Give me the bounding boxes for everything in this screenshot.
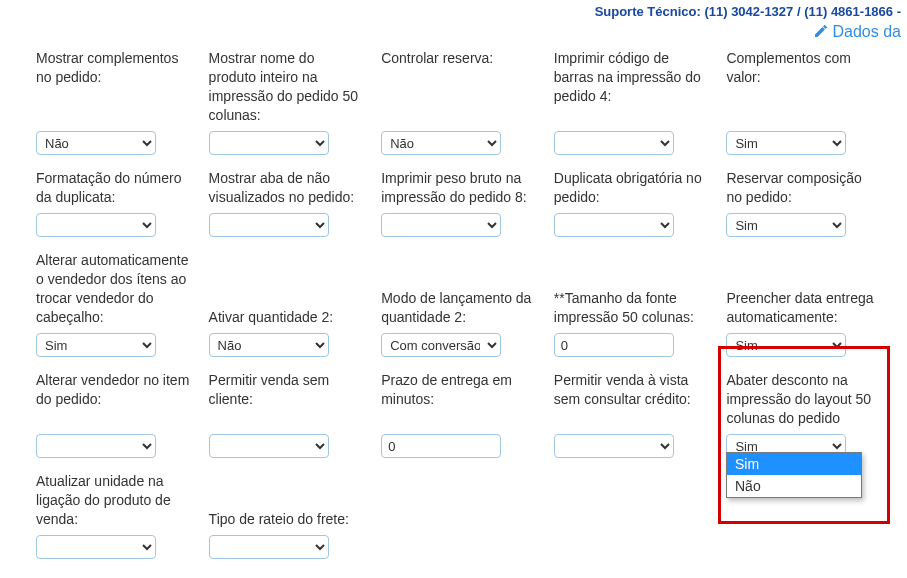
field-alterar-vendedor-item: Alterar vendedor no item do pedido:: [36, 371, 191, 458]
settings-grid: Mostrar complementos no pedido: Não Most…: [0, 49, 907, 578]
label-prazo-entrega-min: Prazo de entrega em minutos:: [381, 371, 536, 428]
field-imprimir-cod-barras-4: Imprimir código de barras na impressão d…: [554, 49, 709, 155]
field-formatacao-numero-duplicata: Formatação do número da duplicata:: [36, 169, 191, 237]
field-permitir-venda-vista: Permitir venda à vista sem consultar cré…: [554, 371, 709, 458]
select-tipo-rateio-frete[interactable]: [209, 535, 329, 559]
field-atualizar-unidade-ligacao: Atualizar unidade na ligação do produto …: [36, 472, 191, 559]
label-permitir-venda-sem-cliente: Permitir venda sem cliente:: [209, 371, 364, 428]
label-formatacao-numero-duplicata: Formatação do número da duplicata:: [36, 169, 191, 207]
select-preencher-data-entrega[interactable]: Sim: [726, 333, 846, 357]
label-mostrar-nome-produto-50col: Mostrar nome do produto inteiro na impre…: [209, 49, 364, 125]
label-aba-nao-visualizados: Mostrar aba de não visualizados no pedid…: [209, 169, 364, 207]
label-reservar-composicao: Reservar composição no pedido:: [726, 169, 881, 207]
field-reservar-composicao: Reservar composição no pedido: Sim: [726, 169, 881, 237]
label-atualizar-unidade-ligacao: Atualizar unidade na ligação do produto …: [36, 472, 191, 529]
select-formatacao-numero-duplicata[interactable]: [36, 213, 156, 237]
label-preencher-data-entrega: Preencher data entrega automaticamente:: [726, 251, 881, 327]
label-abater-desconto-50col: Abater desconto na impressão do layout 5…: [726, 371, 881, 428]
input-prazo-entrega-min[interactable]: [381, 434, 501, 458]
edit-data-text: Dados da: [833, 23, 902, 40]
field-tipo-rateio-frete: Tipo de rateio do frete:: [209, 472, 364, 559]
field-prazo-entrega-min: Prazo de entrega em minutos:: [381, 371, 536, 458]
support-phone-text: Suporte Técnico: (11) 3042-1327 / (11) 4…: [595, 4, 901, 19]
field-permitir-venda-sem-cliente: Permitir venda sem cliente:: [209, 371, 364, 458]
edit-data-link[interactable]: Dados da: [0, 19, 907, 49]
select-imprimir-cod-barras-4[interactable]: [554, 131, 674, 155]
label-alterar-vendedor-item: Alterar vendedor no item do pedido:: [36, 371, 191, 428]
select-controlar-reserva[interactable]: Não: [381, 131, 501, 155]
select-permitir-venda-vista[interactable]: [554, 434, 674, 458]
label-modo-lancamento-qtd2: Modo de lançamento da quantidade 2:: [381, 251, 536, 327]
label-permitir-venda-vista: Permitir venda à vista sem consultar cré…: [554, 371, 709, 428]
label-tamanho-fonte-50col: **Tamanho da fonte impressão 50 colunas:: [554, 251, 709, 327]
dropdown-option-sim[interactable]: Sim: [727, 453, 861, 475]
label-alterar-vendedor-itens: Alterar automaticamente o vendedor dos í…: [36, 251, 191, 327]
field-imprimir-peso-bruto-8: Imprimir peso bruto na impressão do pedi…: [381, 169, 536, 237]
select-modo-lancamento-qtd2[interactable]: Com conversão: [381, 333, 501, 357]
dropdown-open-abater-desconto[interactable]: Sim Não: [726, 452, 862, 498]
field-preencher-data-entrega: Preencher data entrega automaticamente: …: [726, 251, 881, 357]
select-ativar-qtd2[interactable]: Não: [209, 333, 329, 357]
label-complementos-com-valor: Complementos com valor:: [726, 49, 881, 125]
select-duplicata-obrigatoria[interactable]: [554, 213, 674, 237]
field-complementos-com-valor: Complementos com valor: Sim: [726, 49, 881, 155]
select-alterar-vendedor-item[interactable]: [36, 434, 156, 458]
select-complementos-com-valor[interactable]: Sim: [726, 131, 846, 155]
field-modo-lancamento-qtd2: Modo de lançamento da quantidade 2: Com …: [381, 251, 536, 357]
field-mostrar-complementos: Mostrar complementos no pedido: Não: [36, 49, 191, 155]
label-duplicata-obrigatoria: Duplicata obrigatória no pedido:: [554, 169, 709, 207]
field-controlar-reserva: Controlar reserva: Não: [381, 49, 536, 155]
label-imprimir-cod-barras-4: Imprimir código de barras na impressão d…: [554, 49, 709, 125]
empty-cell-r5c4: [554, 472, 709, 559]
select-atualizar-unidade-ligacao[interactable]: [36, 535, 156, 559]
empty-cell-r5c3: [381, 472, 536, 559]
select-mostrar-complementos[interactable]: Não: [36, 131, 156, 155]
select-imprimir-peso-bruto-8[interactable]: [381, 213, 501, 237]
label-imprimir-peso-bruto-8: Imprimir peso bruto na impressão do pedi…: [381, 169, 536, 207]
label-tipo-rateio-frete: Tipo de rateio do frete:: [209, 472, 364, 529]
select-alterar-vendedor-itens[interactable]: Sim: [36, 333, 156, 357]
field-duplicata-obrigatoria: Duplicata obrigatória no pedido:: [554, 169, 709, 237]
field-abater-desconto-50col: Abater desconto na impressão do layout 5…: [726, 371, 881, 458]
edit-icon: [813, 23, 829, 43]
field-ativar-qtd2: Ativar quantidade 2: Não: [209, 251, 364, 357]
top-support-bar: Suporte Técnico: (11) 3042-1327 / (11) 4…: [0, 0, 907, 19]
field-aba-nao-visualizados: Mostrar aba de não visualizados no pedid…: [209, 169, 364, 237]
label-ativar-qtd2: Ativar quantidade 2:: [209, 251, 364, 327]
field-mostrar-nome-produto-50col: Mostrar nome do produto inteiro na impre…: [209, 49, 364, 155]
field-alterar-vendedor-itens: Alterar automaticamente o vendedor dos í…: [36, 251, 191, 357]
label-controlar-reserva: Controlar reserva:: [381, 49, 536, 125]
select-reservar-composicao[interactable]: Sim: [726, 213, 846, 237]
select-mostrar-nome-produto-50col[interactable]: [209, 131, 329, 155]
label-mostrar-complementos: Mostrar complementos no pedido:: [36, 49, 191, 125]
input-tamanho-fonte-50col[interactable]: [554, 333, 674, 357]
dropdown-option-nao[interactable]: Não: [727, 475, 861, 497]
select-permitir-venda-sem-cliente[interactable]: [209, 434, 329, 458]
field-tamanho-fonte-50col: **Tamanho da fonte impressão 50 colunas:: [554, 251, 709, 357]
select-aba-nao-visualizados[interactable]: [209, 213, 329, 237]
